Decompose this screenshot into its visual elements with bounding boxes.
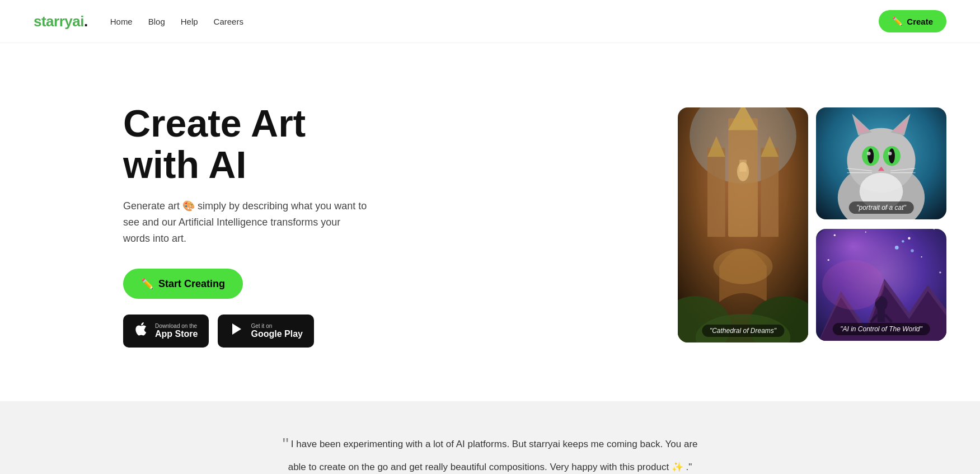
app-store-text: Download on the App Store	[155, 323, 198, 339]
nav-link-help[interactable]: Help	[181, 17, 198, 26]
start-label: Start Creating	[158, 278, 225, 290]
apple-icon	[134, 322, 149, 340]
testimonial-section: "I have been experimenting with a lot of…	[0, 401, 980, 474]
svg-point-42	[939, 271, 941, 273]
cat-label: "portrait of a cat"	[848, 201, 914, 214]
nav-links: Home Blog Help Careers	[110, 17, 243, 26]
svg-point-24	[868, 148, 874, 163]
svg-point-37	[865, 232, 866, 233]
art-card-space: "AI in Control of The World"	[816, 229, 946, 341]
art-card-cathedral: "Cathedral of Dreams"	[678, 107, 808, 342]
svg-rect-49	[878, 309, 885, 322]
create-pencil-icon: ✏️	[892, 16, 903, 26]
navbar: starryai. Home Blog Help Careers ✏️ Crea…	[0, 0, 980, 43]
svg-rect-5	[707, 148, 725, 237]
cathedral-image	[678, 107, 808, 342]
logo: starryai.	[34, 13, 88, 30]
art-grid: "Cathedral of Dreams"	[678, 107, 946, 342]
create-button[interactable]: ✏️ Create	[879, 10, 946, 32]
logo-dot: .	[84, 13, 88, 30]
testimonial-quote: I have been experimenting with a lot of …	[288, 439, 698, 473]
create-label: Create	[907, 17, 933, 26]
logo-text: starryai	[34, 13, 84, 30]
svg-point-52	[822, 260, 884, 310]
svg-point-27	[888, 152, 892, 156]
cathedral-label: "Cathedral of Dreams"	[702, 325, 784, 337]
app-store-button[interactable]: Download on the App Store	[123, 315, 209, 348]
app-store-big: App Store	[155, 329, 198, 339]
svg-point-45	[911, 249, 914, 252]
svg-point-40	[828, 259, 829, 261]
art-card-cat: "portrait of a cat"	[816, 107, 946, 219]
store-buttons: Download on the App Store Get it on Goog…	[123, 315, 392, 348]
svg-point-38	[908, 237, 910, 240]
hero-title: Create Art with AI	[123, 102, 392, 186]
nav-left: starryai. Home Blog Help Careers	[34, 13, 243, 30]
testimonial-text: "I have been experimenting with a lot of…	[278, 429, 703, 474]
svg-point-14	[714, 248, 773, 284]
svg-rect-10	[739, 160, 747, 172]
svg-point-36	[834, 234, 836, 236]
google-play-button[interactable]: Get it on Google Play	[218, 315, 313, 348]
svg-point-25	[889, 148, 895, 163]
svg-point-41	[921, 256, 922, 257]
google-play-big: Google Play	[251, 329, 302, 339]
nav-link-blog[interactable]: Blog	[148, 17, 165, 26]
hero-description: Generate art 🎨 simply by describing what…	[123, 198, 369, 246]
svg-point-26	[867, 152, 871, 156]
svg-point-43	[895, 246, 899, 250]
start-creating-button[interactable]: ✏️ Start Creating	[123, 269, 243, 299]
play-icon	[229, 321, 245, 341]
nav-link-careers[interactable]: Careers	[214, 17, 243, 26]
svg-marker-0	[232, 323, 241, 335]
google-play-text: Get it on Google Play	[251, 323, 302, 339]
quote-mark: "	[282, 434, 288, 454]
start-pencil-icon: ✏️	[141, 278, 153, 290]
hero-section: Create Art with AI Generate art 🎨 simply…	[0, 43, 980, 401]
google-play-small: Get it on	[251, 323, 302, 329]
hero-left: Create Art with AI Generate art 🎨 simply…	[123, 102, 392, 348]
space-label: "AI in Control of The World"	[832, 323, 930, 335]
app-store-small: Download on the	[155, 323, 198, 329]
svg-rect-7	[761, 148, 779, 237]
svg-point-44	[902, 240, 904, 242]
nav-link-home[interactable]: Home	[110, 17, 133, 26]
